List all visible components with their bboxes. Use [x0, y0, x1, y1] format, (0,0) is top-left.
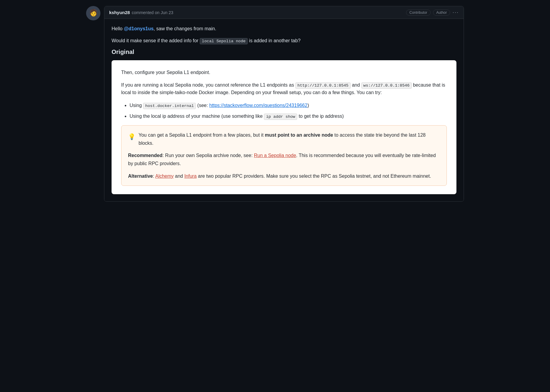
more-options-button[interactable]: ··· — [453, 9, 459, 16]
recommended-section: Recommended: Run your own Sepolia archiv… — [128, 151, 440, 168]
comment-line1-pre: Hello — [112, 26, 124, 31]
bullet1-link[interactable]: https://stackoverflow.com/questions/2431… — [209, 103, 307, 108]
card-para1: Then, configure your Sepolia L1 endpoint… — [121, 69, 447, 76]
card-para2-mid: and — [351, 82, 361, 88]
tip-text: You can get a Sepolia L1 endpoint from a… — [139, 131, 440, 147]
card-code1: http://127.0.0.1:8545 — [295, 82, 351, 89]
comment-container: kshyun28 commented on Jun 23 Contributor… — [80, 0, 470, 208]
comment-mention[interactable]: @d1onys1us — [124, 26, 154, 31]
comment-line2: Would it make sense if the added info fo… — [112, 37, 456, 45]
comment-body: Hello @d1onys1us, saw the changes from m… — [104, 19, 464, 201]
contributor-badge: Contributor — [406, 10, 430, 16]
bullet1-pre: Using — [130, 103, 143, 108]
alternative-text-pre: : — [153, 174, 155, 179]
bullet2-code: ip addr show — [264, 114, 297, 120]
comment-header-right: Contributor Author ··· — [406, 9, 459, 16]
bullet2-post: to get the ip address) — [297, 114, 344, 119]
bullet1-post: ) — [307, 103, 309, 108]
run-sepolia-node-link[interactable]: Run a Sepolia node — [254, 153, 296, 158]
comment-header: kshyun28 commented on Jun 23 Contributor… — [104, 6, 464, 19]
comment-line1: Hello @d1onys1us, saw the changes from m… — [112, 25, 456, 33]
comment-line1-post: , saw the changes from main. — [154, 26, 216, 31]
author-badge: Author — [433, 10, 450, 16]
comment-line2-post: is added in another tab? — [248, 38, 300, 43]
card-bullet-list: Using host.docker.internal (see: https:/… — [121, 101, 447, 120]
comment-header-left: kshyun28 commented on Jun 23 — [109, 10, 173, 15]
tip-icon: 💡 — [128, 132, 136, 142]
comment-username[interactable]: kshyun28 — [109, 10, 130, 15]
bullet1-code: host.docker.internal — [143, 103, 196, 109]
alchemy-link[interactable]: Alchemy — [155, 174, 174, 179]
recommended-text-pre: : Run your own Sepolia archive node, see… — [163, 153, 254, 158]
infura-link[interactable]: Infura — [184, 174, 197, 179]
card-para2: If you are running a local Sepolia node,… — [121, 81, 447, 97]
section-heading: Original — [112, 49, 456, 55]
alternative-text-mid1: and — [174, 174, 184, 179]
tip-box-header: 💡 You can get a Sepolia L1 endpoint from… — [128, 131, 440, 147]
local-sepolia-node-code: local Sepolia node — [200, 38, 248, 44]
comment-box: kshyun28 commented on Jun 23 Contributor… — [86, 6, 464, 202]
card-bullet2: Using the local ip address of your machi… — [130, 112, 447, 120]
bullet1-mid: (see: — [196, 103, 209, 108]
avatar — [86, 6, 100, 20]
bullet2-pre: Using the local ip address of your machi… — [130, 114, 264, 119]
comment-line2-pre: Would it make sense if the added info fo… — [112, 38, 200, 43]
alternative-text-post: are two popular RPC providers. Make sure… — [197, 174, 431, 179]
tip-text-pre: You can get a Sepolia L1 endpoint from a… — [139, 132, 265, 138]
tip-text-bold: must point to an archive node — [265, 132, 333, 138]
comment-main: kshyun28 commented on Jun 23 Contributor… — [104, 6, 464, 202]
content-card: Then, configure your Sepolia L1 endpoint… — [112, 60, 456, 194]
alternative-section: Alternative: Alchemy and Infura are two … — [128, 172, 440, 180]
tip-box: 💡 You can get a Sepolia L1 endpoint from… — [121, 125, 447, 186]
recommended-label: Recommended — [128, 153, 163, 158]
card-code2: ws://127.0.0.1:8546 — [361, 82, 412, 89]
card-bullet1: Using host.docker.internal (see: https:/… — [130, 101, 447, 110]
alternative-label: Alternative — [128, 174, 153, 179]
card-para2-pre: If you are running a local Sepolia node,… — [121, 82, 295, 88]
comment-meta: commented on Jun 23 — [132, 10, 173, 15]
